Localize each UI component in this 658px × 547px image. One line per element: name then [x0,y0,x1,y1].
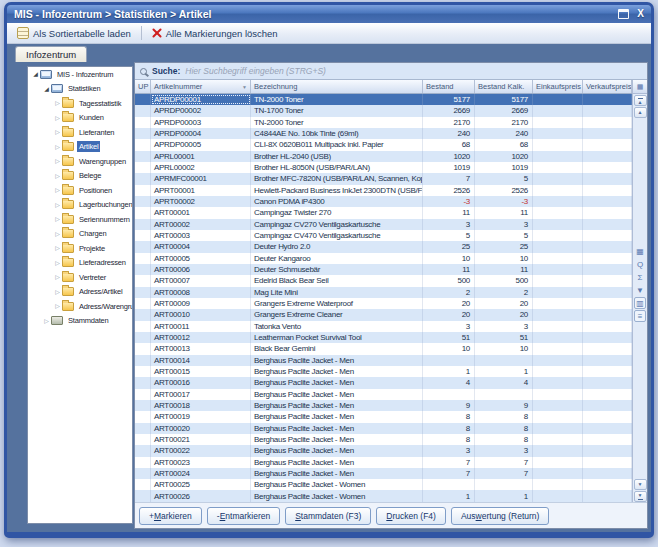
column-header-artikelnummer[interactable]: Artikelnummer▼ [151,80,251,93]
entmarkieren-button[interactable]: - Entmarkieren [207,507,280,525]
table-row-ART00002[interactable]: ART00002Campingaz CV270 Ventilgaskartusc… [135,219,632,230]
table-row-ART00010[interactable]: ART00010Grangers Extreme Cleaner2020 [135,309,632,320]
table-row-APRDP00003[interactable]: APRDP00003TN-2000 Toner21702170 [135,117,632,128]
tree-item-artikel[interactable]: ▷Artikel [28,140,132,155]
table-row-ART00006[interactable]: ART00006Deuter Schmusebär1111 [135,264,632,275]
table-row-ART00009[interactable]: ART00009Grangers Extreme Waterproof2020 [135,298,632,309]
table-row-ART00022[interactable]: ART00022Berghaus Paclite Jacket - Men33 [135,445,632,456]
table-row-ART00018[interactable]: ART00018Berghaus Paclite Jacket - Men99 [135,400,632,411]
table-row-ART00016[interactable]: ART00016Berghaus Paclite Jacket - Men44 [135,377,632,388]
restore-icon[interactable] [618,9,629,19]
expander-collapsed-icon[interactable]: ▷ [53,201,62,209]
tree-item-adress-warengruppen[interactable]: ▷Adress/Warengruppen [28,299,132,314]
tree-item-lieferadressen[interactable]: ▷Lieferadressen [28,256,132,271]
expander-collapsed-icon[interactable]: ▷ [53,186,62,194]
tree-item-chargen[interactable]: ▷Chargen [28,227,132,242]
table-row-ART00026[interactable]: ART00026Berghaus Paclite Jacket - Women1… [135,490,632,501]
column-header-bestand[interactable]: Bestand [423,80,475,93]
table-row-ART00019[interactable]: ART00019Berghaus Paclite Jacket - Men88 [135,411,632,422]
tree-item-belege[interactable]: ▷Belege [28,169,132,184]
expander-collapsed-icon[interactable]: ▷ [53,114,62,122]
grid-icon[interactable]: ▦ [634,245,646,257]
tree-item-lieferanten[interactable]: ▷Lieferanten [28,125,132,140]
clear-marks-button[interactable]: Alle Markierungen löschen [147,27,283,40]
table-row-ART00021[interactable]: ART00021Berghaus Paclite Jacket - Men88 [135,434,632,445]
table-row-ART00011[interactable]: ART00011Tatonka Vento33 [135,321,632,332]
expander-collapsed-icon[interactable]: ▷ [53,172,62,180]
expander-collapsed-icon[interactable]: ▷ [53,230,62,238]
menu-icon[interactable]: ≡ [634,310,646,322]
table-row-APRT00001[interactable]: APRT00001Hewlett-Packard Business InkJet… [135,185,632,196]
table-row-APRDP00002[interactable]: APRDP00002TN-1700 Toner26692669 [135,105,632,116]
sum-icon[interactable]: Σ [634,271,646,283]
expander-collapsed-icon[interactable]: ▷ [53,244,62,252]
drucken-f4-button[interactable]: Drucken (F4) [376,507,446,525]
tree-item-kunden[interactable]: ▷Kunden [28,111,132,126]
table-row-ART00004[interactable]: ART00004Deuter Hydro 2.02525 [135,241,632,252]
table-row-ART00024[interactable]: ART00024Berghaus Paclite Jacket - Men77 [135,468,632,479]
filter-icon[interactable]: ▼ [634,284,646,296]
tree-item-positionen[interactable]: ▷Positionen [28,183,132,198]
table-row-ART00017[interactable]: ART00017Berghaus Paclite Jacket - Men [135,389,632,400]
table-row-ART00001[interactable]: ART00001Campingaz Twister 2701111 [135,207,632,218]
table-row-ART00003[interactable]: ART00003Campingaz CV470 Ventilgaskartusc… [135,230,632,241]
tab-infozentrum[interactable]: Infozentrum [15,46,87,62]
tree-item-statistiken[interactable]: ◢Statistiken [28,82,132,97]
expander-collapsed-icon[interactable]: ▷ [53,157,62,165]
sort-desc-icon[interactable]: ▼ [240,84,247,90]
table-row-ART00008[interactable]: ART00008Mag Lite Mini22 [135,287,632,298]
expander-expanded-icon[interactable]: ◢ [42,85,51,93]
expander-expanded-icon[interactable]: ◢ [31,70,40,78]
expander-collapsed-icon[interactable]: ▷ [53,273,62,281]
expander-collapsed-icon[interactable]: ▷ [53,288,62,296]
column-header-einkaufspreis[interactable]: Einkaufspreis [533,80,583,93]
auswertung-return-button[interactable]: Auswertung (Return) [451,507,549,525]
scroll-up-button[interactable]: ▲ [634,107,647,118]
table-row-APRDP00005[interactable]: APRDP00005CLI-8X 0620B011 Multipack inkl… [135,139,632,150]
table-row-ART00015[interactable]: ART00015Berghaus Paclite Jacket - Men11 [135,366,632,377]
search-input[interactable] [185,65,642,78]
tree-item-vertreter[interactable]: ▷Vertreter [28,270,132,285]
tree-item-warengruppen[interactable]: ▷Warengruppen [28,154,132,169]
tree-item-tagesstatistik[interactable]: ▷Tagesstatistik [28,96,132,111]
table-row-APRL00001[interactable]: APRL00001Brother HL-2040 (USB)10201020 [135,151,632,162]
column-header-up[interactable]: UP [135,80,151,93]
expander-collapsed-icon[interactable]: ▷ [53,128,62,136]
expander-collapsed-icon[interactable]: ▷ [53,302,62,310]
column-chooser-icon[interactable]: ▦ [633,80,647,94]
tree-item-stammdaten[interactable]: ▷Stammdaten [28,314,132,329]
table-row-ART00012[interactable]: ART00012Leatherman Pocket Survival Tool5… [135,332,632,343]
expander-collapsed-icon[interactable]: ▷ [53,99,62,107]
expander-collapsed-icon[interactable]: ▷ [53,215,62,223]
close-icon[interactable]: X [637,9,644,19]
table-row-APRL00002[interactable]: APRL00002Brother HL-8050N (USB/PAR/LAN)1… [135,162,632,173]
stammdaten-f3-button[interactable]: Stammdaten (F3) [285,507,371,525]
scroll-down-button[interactable]: ▼ [634,479,647,490]
expander-collapsed-icon[interactable]: ▷ [42,317,51,325]
table-row-APRT00002[interactable]: APRT00002Canon PDMA iP4300-3-3 [135,196,632,207]
tree-item-projekte[interactable]: ▷Projekte [28,241,132,256]
table-row-APRDP00001[interactable]: APRDP00001TN-2000 Toner51775177 [135,94,632,105]
table-row-ART00013[interactable]: ART00013Black Bear Gemini1010 [135,343,632,354]
table-row-ART00005[interactable]: ART00005Deuter Kangaroo1010 [135,253,632,264]
tree-item-mis-infozentrum[interactable]: ◢MIS - Infozentrum [28,67,132,82]
column-header-bezeichnung[interactable]: Bezeichnung [251,80,423,93]
markieren-button[interactable]: + Markieren [139,507,202,525]
tree-item-lagerbuchungen[interactable]: ▷Lagerbuchungen [28,198,132,213]
column-header-verkaufspreis[interactable]: Verkaufspreis [583,80,632,93]
table-row-ART00025[interactable]: ART00025Berghaus Paclite Jacket - Women [135,479,632,490]
columns-icon[interactable]: ▥ [634,297,646,309]
table-row-ART00020[interactable]: ART00020Berghaus Paclite Jacket - Men88 [135,423,632,434]
tree-item-seriennummern[interactable]: ▷Seriennummern [28,212,132,227]
expander-collapsed-icon[interactable]: ▷ [53,259,62,267]
column-header-bestand-kalk[interactable]: Bestand Kalk. [475,80,533,93]
magnifier-icon[interactable]: Q [634,258,646,270]
table-row-APRMFC00001[interactable]: APRMFC00001Brother MFC-7820N (USB/PAR/LA… [135,173,632,184]
table-row-ART00023[interactable]: ART00023Berghaus Paclite Jacket - Men77 [135,457,632,468]
expander-collapsed-icon[interactable]: ▷ [53,143,62,151]
scroll-bottom-button[interactable]: ▼ [634,491,647,502]
table-row-ART00007[interactable]: ART00007Edelrid Black Bear Seil500500 [135,275,632,286]
scroll-top-button[interactable]: ▲ [634,95,647,106]
table-row-APRDP00004[interactable]: APRDP00004C4844AE No. 10bk Tinte (69ml)2… [135,128,632,139]
load-sort-table-button[interactable]: Als Sortiertabelle laden [12,26,136,40]
